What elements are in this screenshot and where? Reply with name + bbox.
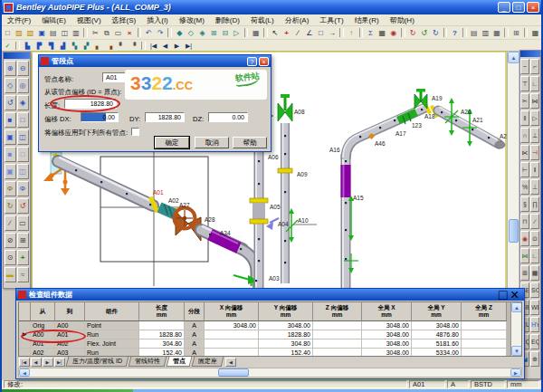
grid-header-cell[interactable]: 全局 Xmm <box>362 302 412 321</box>
toolbar-button[interactable]: ▛ <box>34 41 45 51</box>
component-button[interactable]: ⊤ <box>520 76 529 91</box>
grid-cell[interactable]: 304.80 <box>259 339 313 349</box>
scroll-left-icon[interactable]: ◀ <box>19 368 30 377</box>
menu-item[interactable]: 帮助(H) <box>385 14 420 25</box>
toolbar-button[interactable]: ▶| <box>184 41 195 51</box>
toolbar-button[interactable]: ▚ <box>70 41 81 51</box>
grid-cell[interactable] <box>462 321 507 330</box>
palette-button[interactable]: ∕ <box>5 215 16 231</box>
component-button[interactable]: ⊕ <box>530 351 539 367</box>
grid-cell[interactable]: 3048.00 <box>362 349 412 357</box>
toolbar-button[interactable] <box>401 28 405 37</box>
toolbar-button[interactable]: □ <box>316 27 327 39</box>
toolbar-button[interactable]: → <box>327 27 338 39</box>
grid-cell[interactable]: A <box>185 330 205 339</box>
grid-cell[interactable]: 5334.00 <box>412 349 462 357</box>
grid-vertical-scrollbar[interactable]: ▲ ▼ <box>510 302 521 356</box>
toolbar-button[interactable]: ? <box>450 27 461 39</box>
palette-button[interactable]: ◇ <box>5 78 16 93</box>
grid-cell[interactable]: Point <box>85 321 139 330</box>
toolbar-button[interactable]: ✂ <box>90 27 101 39</box>
component-button[interactable]: % <box>520 179 529 195</box>
grid-cell[interactable] <box>313 330 362 339</box>
toolbar-button[interactable]: ↖ <box>270 27 281 39</box>
grid-header-cell[interactable]: 全局 Zmm <box>462 302 507 321</box>
component-button[interactable]: ◉ <box>520 231 529 246</box>
toolbar-button[interactable] <box>504 28 509 37</box>
cancel-button[interactable]: 取消 <box>195 137 229 148</box>
toolbar-button[interactable]: ⊞ <box>208 27 219 39</box>
toolbar-button[interactable]: ▦ <box>376 27 387 39</box>
tab-nav-button[interactable]: ◀ <box>31 358 42 367</box>
grid-cell[interactable]: A02 <box>55 339 85 349</box>
component-button[interactable]: § <box>520 196 529 212</box>
toolbar-button[interactable]: ▣ <box>36 27 47 39</box>
component-button[interactable]: I <box>530 162 539 177</box>
menu-item[interactable]: 修改(M) <box>174 14 210 25</box>
scroll-down-icon[interactable]: ▼ <box>511 346 522 356</box>
grid-tab[interactable]: 固定座 <box>191 357 224 367</box>
component-button[interactable]: ⋈ <box>520 248 529 263</box>
palette-button[interactable]: ■ <box>5 112 16 128</box>
grid-cell[interactable]: A <box>185 321 205 330</box>
grid-cell[interactable]: A03 <box>55 349 85 357</box>
toolbar-button[interactable]: ↑ <box>347 27 357 39</box>
grid-cell[interactable]: 3048.00 <box>362 330 412 339</box>
toolbar-button[interactable]: ⧉ <box>101 27 112 39</box>
grid-tab[interactable]: 管线特性 <box>128 357 167 367</box>
grid-cell[interactable]: 3048.00 <box>362 321 412 330</box>
palette-button[interactable]: ↺ <box>17 198 29 214</box>
toolbar-button[interactable]: ◈ <box>197 27 208 39</box>
toolbar-button[interactable] <box>167 28 172 37</box>
palette-title-bar[interactable] <box>4 53 30 59</box>
toolbar-button[interactable]: ▧ <box>25 27 36 39</box>
component-button[interactable]: HYD <box>530 317 539 332</box>
toolbar-button[interactable]: ∕ <box>292 27 303 39</box>
toolbar-button[interactable]: ◀ <box>160 41 171 51</box>
menu-item[interactable]: 文件(F) <box>2 14 36 25</box>
grid-cell[interactable]: 152.40 <box>259 349 313 357</box>
palette-button[interactable]: ◫ <box>17 129 29 145</box>
grid-header-cell[interactable]: 分段 <box>185 302 205 321</box>
toolbar-button[interactable]: ▗ <box>105 41 116 51</box>
toolbar-button[interactable] <box>263 28 268 37</box>
menu-item[interactable]: 编辑(E) <box>36 14 71 25</box>
close-icon[interactable]: × <box>510 287 522 303</box>
dx-field[interactable]: 0.00 <box>81 112 119 122</box>
grid-cell[interactable]: A00 <box>55 321 85 330</box>
palette-button[interactable]: ↺ <box>5 95 16 110</box>
restore-button[interactable]: □ <box>512 2 525 13</box>
toolbar-button[interactable]: ↻ <box>407 27 418 39</box>
grid-tab[interactable]: 压力/温度/管线 ID <box>66 357 129 367</box>
scroll-up-icon[interactable]: ▲ <box>508 52 519 63</box>
menu-item[interactable]: 删除(D) <box>210 14 245 25</box>
grid-tab[interactable]: 管点 <box>166 357 192 367</box>
toolbar-button[interactable]: ▷ <box>232 27 243 39</box>
scrollbar-thumb[interactable] <box>509 219 519 243</box>
ok-button[interactable]: 确定 <box>155 137 189 148</box>
toolbar-button[interactable] <box>83 28 88 37</box>
menu-item[interactable]: 结果(R) <box>349 14 385 25</box>
grid-cell[interactable]: A <box>185 339 205 349</box>
component-button[interactable]: ⊣ <box>530 145 539 160</box>
menu-item[interactable]: 工具(T) <box>314 14 348 25</box>
component-button[interactable]: ‖ <box>520 110 529 126</box>
length-field[interactable]: 1828.80 <box>64 99 117 109</box>
palette-button[interactable]: Φ <box>17 181 29 196</box>
toolbar-button[interactable]: ⊞ <box>511 27 522 39</box>
valve-green-top[interactable] <box>278 94 292 121</box>
grid-cell[interactable]: A01 <box>55 330 85 339</box>
component-button[interactable]: ⊙ <box>530 231 539 246</box>
toolbar-button[interactable] <box>359 28 364 37</box>
toolbar-button[interactable]: + <box>281 27 292 39</box>
palette-button[interactable]: ◈ <box>17 95 29 110</box>
palette-button[interactable]: ■ <box>5 147 16 162</box>
component-button[interactable]: ∩ <box>520 128 529 143</box>
tab-scroll-button[interactable]: ◀ <box>225 358 236 367</box>
grid-cell[interactable]: 3048.00 <box>259 321 313 330</box>
toolbar-button[interactable]: ▥ <box>481 27 491 39</box>
toolbar-button[interactable]: ↻ <box>431 27 442 39</box>
toolbar-button[interactable]: ◉ <box>388 27 399 39</box>
dialog-title-bar[interactable]: 管段点 ? × <box>39 55 271 67</box>
toolbar-button[interactable] <box>524 28 529 37</box>
